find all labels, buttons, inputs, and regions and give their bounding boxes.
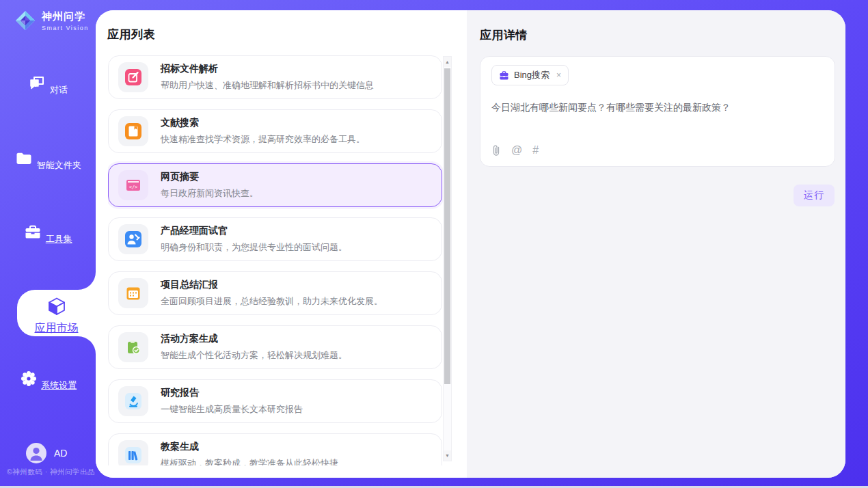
sidebar-item-smart-folder[interactable]: 智能文件夹 [0, 149, 96, 172]
chat-icon [28, 74, 47, 93]
app-title: 项目总结汇报 [161, 279, 383, 291]
app-window: 神州问学 Smart Vision 对话 智能文件夹 [0, 0, 868, 488]
app-title: 活动方案生成 [161, 333, 347, 345]
app-card-literature-search[interactable]: 文献搜索 快速精准查找学术资源，提高研究效率的必备工具。 [108, 109, 442, 153]
book-icon [118, 116, 148, 146]
sidebar-item-toolset[interactable]: 工具集 [0, 223, 96, 245]
sidebar-item-app-market[interactable]: 应用市场 [17, 290, 96, 336]
app-desc: 模板驱动，教案秒成，教学准备从此轻松快捷 [161, 457, 338, 465]
user-account[interactable]: AD [26, 443, 67, 463]
app-title: 文献搜索 [161, 117, 365, 129]
active-notch-bottom [78, 336, 96, 354]
tender-edit-icon [118, 62, 148, 92]
brand-logo: 神州问学 Smart Vision [14, 9, 89, 32]
cube-icon [46, 296, 67, 316]
books-icon [118, 440, 148, 465]
brand-name: 神州问学 [42, 10, 89, 23]
app-desc: 每日政府新闻资讯快查。 [161, 187, 258, 200]
app-card-activity-plan[interactable]: 活动方案生成 智能生成个性化活动方案，轻松解决规划难题。 [108, 325, 442, 369]
interviewer-icon [118, 224, 148, 254]
app-desc: 一键智能生成高质量长文本研究报告 [161, 403, 303, 416]
sidebar-item-label: 应用市场 [17, 321, 96, 336]
briefcase-icon [499, 70, 509, 81]
app-title: 教案生成 [161, 441, 338, 453]
sidebar: 神州问学 Smart Vision 对话 智能文件夹 [0, 0, 96, 488]
sidebar-item-label: 工具集 [46, 233, 72, 245]
content-card: 应用列表 招标文件解析 帮助用户快速、准确地理解和解析招标书中的关键信息 [96, 10, 845, 478]
app-list: 招标文件解析 帮助用户快速、准确地理解和解析招标书中的关键信息 文献搜索 [108, 55, 443, 465]
user-initials: AD [54, 448, 67, 459]
avatar [26, 443, 46, 463]
app-title: 研究报告 [161, 387, 303, 399]
clipboard-check-icon [118, 332, 148, 362]
app-desc: 全面回顾项目进展，总结经验教训，助力未来优化发展。 [161, 295, 383, 308]
query-text[interactable]: 今日湖北有哪些新闻要点？有哪些需要关注的最新政策？ [491, 102, 824, 114]
app-desc: 明确身份和职责，为您提供专业性的面试问题。 [161, 241, 347, 254]
sidebar-item-chat[interactable]: 对话 [0, 74, 96, 96]
app-title: 产品经理面试官 [161, 225, 347, 237]
app-desc: 智能生成个性化活动方案，轻松解决规划难题。 [161, 349, 347, 362]
app-title: 网页摘要 [161, 171, 258, 183]
folder-icon [14, 149, 33, 168]
sidebar-item-label: 对话 [50, 84, 68, 96]
hash-icon[interactable]: # [532, 144, 539, 157]
webpage-code-icon: </> [118, 170, 148, 200]
app-card-research-report[interactable]: 研究报告 一键智能生成高质量长文本研究报告 [108, 379, 442, 423]
app-desc: 快速精准查找学术资源，提高研究效率的必备工具。 [161, 133, 365, 146]
app-list-title: 应用列表 [107, 27, 155, 42]
app-detail-panel: 应用详情 Bing搜索 × 今日湖北有哪些新闻要点？有哪些需要关注的最新政策？ [467, 10, 845, 478]
tool-tag-label: Bing搜索 [514, 69, 550, 81]
brand-tagline: Smart Vision [42, 25, 89, 31]
paperclip-icon[interactable] [491, 144, 501, 157]
app-card-web-summary[interactable]: </> 网页摘要 每日政府新闻资讯快查。 [108, 163, 442, 207]
sidebar-item-settings[interactable]: 系统设置 [0, 369, 96, 392]
app-detail-title: 应用详情 [480, 27, 528, 43]
brand-diamond-icon [14, 9, 37, 32]
app-list-panel: 应用列表 招标文件解析 帮助用户快速、准确地理解和解析招标书中的关键信息 [96, 10, 467, 478]
sidebar-item-label: 智能文件夹 [37, 159, 81, 172]
microscope-icon [118, 386, 148, 416]
active-notch-top [78, 272, 96, 290]
scroll-up-button[interactable]: ▲ [444, 57, 451, 67]
app-title: 招标文件解析 [161, 63, 374, 75]
run-button[interactable]: 运行 [794, 185, 835, 206]
app-desc: 帮助用户快速、准确地理解和解析招标书中的关键信息 [161, 79, 374, 92]
scrollbar-thumb[interactable] [444, 68, 450, 384]
app-card-lesson-plan[interactable]: 教案生成 模板驱动，教案秒成，教学准备从此轻松快捷 [108, 433, 442, 465]
attachment-toolbar: @ # [491, 144, 539, 157]
sidebar-item-label: 系统设置 [41, 379, 77, 392]
app-card-project-summary[interactable]: 项目总结汇报 全面回顾项目进展，总结经验教训，助力未来优化发展。 [108, 271, 442, 315]
scroll-down-button[interactable]: ▼ [444, 450, 451, 461]
app-card-pm-interviewer[interactable]: 产品经理面试官 明确身份和职责，为您提供专业性的面试问题。 [108, 217, 442, 261]
close-icon[interactable]: × [556, 70, 561, 80]
app-card-tender-parse[interactable]: 招标文件解析 帮助用户快速、准确地理解和解析招标书中的关键信息 [108, 55, 442, 99]
at-icon[interactable]: @ [511, 144, 522, 157]
toolbox-icon [23, 223, 42, 242]
tool-tag-bing-search[interactable]: Bing搜索 × [491, 65, 569, 85]
query-input-card[interactable]: Bing搜索 × 今日湖北有哪些新闻要点？有哪些需要关注的最新政策？ @ # [480, 56, 835, 167]
app-list-scrollbar[interactable]: ▲ ▼ [443, 56, 452, 461]
sidebar-footer: ©神州数码 · 神州问学出品 [7, 467, 95, 477]
calendar-report-icon [118, 278, 148, 308]
svg-text:</>: </> [129, 185, 138, 190]
gear-icon [19, 369, 38, 388]
